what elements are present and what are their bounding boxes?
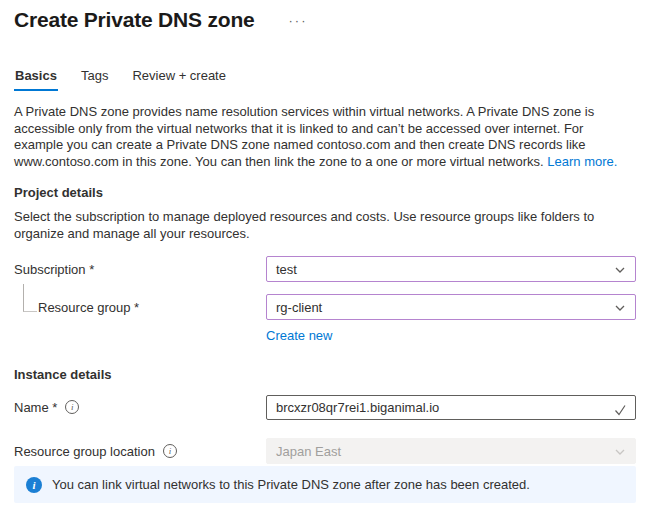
name-row: Name * i xyxy=(14,394,636,420)
resource-group-location-dropdown: Japan East xyxy=(266,438,636,464)
name-input[interactable] xyxy=(266,395,636,420)
subscription-dropdown[interactable]: test xyxy=(266,256,636,282)
checkmark-icon xyxy=(614,402,627,420)
create-new-wrap: Create new xyxy=(266,326,636,344)
subscription-value: test xyxy=(276,262,297,277)
subscription-label: Subscription * xyxy=(14,262,266,277)
intro-text: A Private DNS zone provides name resolut… xyxy=(14,104,594,169)
tab-basics[interactable]: Basics xyxy=(14,68,58,91)
learn-more-link[interactable]: Learn more. xyxy=(547,154,617,169)
resource-group-location-value: Japan East xyxy=(276,444,341,459)
create-new-link[interactable]: Create new xyxy=(266,328,332,343)
instance-details-heading: Instance details xyxy=(14,367,636,382)
project-details-heading: Project details xyxy=(14,185,636,200)
info-icon[interactable]: i xyxy=(65,400,79,414)
create-private-dns-zone-page: Create Private DNS zone ··· Basics Tags … xyxy=(0,0,650,509)
info-banner: i You can link virtual networks to this … xyxy=(14,466,636,503)
tab-review-create[interactable]: Review + create xyxy=(131,68,227,91)
info-icon: i xyxy=(26,477,42,493)
page-title: Create Private DNS zone xyxy=(14,8,255,32)
tab-tags[interactable]: Tags xyxy=(80,68,109,91)
tree-connector-line xyxy=(23,284,37,312)
name-label: Name * xyxy=(14,400,57,415)
resource-group-dropdown[interactable]: rg-client xyxy=(266,294,636,320)
resource-group-row: Resource group * rg-client xyxy=(14,294,636,320)
page-header: Create Private DNS zone ··· xyxy=(14,8,636,32)
resource-group-value: rg-client xyxy=(276,300,322,315)
resource-group-label: Resource group * xyxy=(38,300,139,315)
info-icon[interactable]: i xyxy=(163,444,177,458)
project-details-description: Select the subscription to manage deploy… xyxy=(14,209,636,242)
more-options-button[interactable]: ··· xyxy=(285,12,312,29)
info-banner-text: You can link virtual networks to this Pr… xyxy=(52,477,530,492)
wizard-tabs: Basics Tags Review + create xyxy=(14,68,636,91)
chevron-down-icon xyxy=(614,446,626,461)
resource-group-location-label: Resource group location xyxy=(14,444,155,459)
resource-group-location-row: Resource group location i Japan East xyxy=(14,438,636,464)
chevron-down-icon xyxy=(614,264,626,279)
chevron-down-icon xyxy=(614,302,626,317)
subscription-row: Subscription * test xyxy=(14,256,636,282)
intro-paragraph: A Private DNS zone provides name resolut… xyxy=(14,104,636,170)
